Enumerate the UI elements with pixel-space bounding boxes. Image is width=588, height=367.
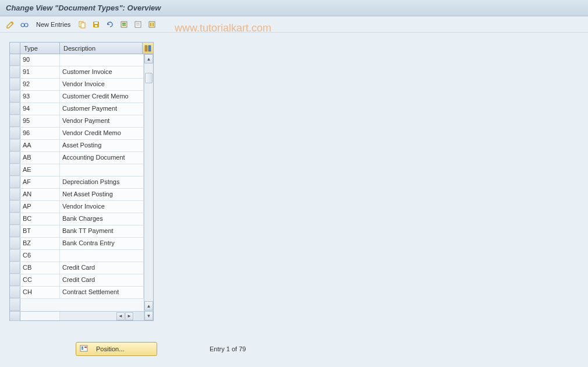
svg-rect-11 — [136, 23, 140, 24]
cell-type[interactable]: CB — [20, 262, 60, 274]
vscroll-down-button[interactable]: ▼ — [144, 311, 153, 320]
change-icon[interactable] — [5, 19, 16, 30]
vertical-scrollbar[interactable]: ▲ ▲ ▼ — [144, 54, 153, 320]
table-row: BTBank TT Payment — [10, 225, 144, 238]
row-selector[interactable] — [10, 299, 20, 311]
cell-type[interactable]: 93 — [20, 91, 60, 103]
cell-desc[interactable]: Customer Credit Memo — [60, 91, 144, 103]
row-selector[interactable] — [10, 103, 20, 115]
vscroll-up2-button[interactable]: ▲ — [144, 301, 153, 310]
cell-desc[interactable]: Vendor Credit Memo — [60, 128, 144, 139]
hsb-corner-left — [10, 312, 20, 321]
cell-desc[interactable]: Depreciation Pstngs — [60, 177, 144, 188]
save-icon[interactable] — [90, 19, 102, 30]
row-selector[interactable] — [10, 238, 20, 249]
row-selector[interactable] — [10, 54, 20, 66]
table-header-row: Type Description — [10, 43, 153, 54]
row-selector[interactable] — [10, 287, 20, 298]
column-header-description[interactable]: Description — [60, 43, 143, 54]
cell-desc[interactable] — [60, 250, 144, 262]
cell-type[interactable]: 91 — [20, 66, 60, 78]
cell-desc[interactable] — [60, 164, 144, 176]
column-header-type[interactable]: Type — [20, 43, 60, 54]
select-all-rows[interactable] — [10, 43, 20, 54]
cell-desc[interactable]: Customer Payment — [60, 103, 144, 115]
svg-rect-21 — [84, 347, 87, 348]
row-selector[interactable] — [10, 115, 20, 127]
cell-desc[interactable]: Customer Invoice — [60, 66, 144, 78]
cell-type[interactable]: BC — [20, 213, 60, 225]
svg-point-0 — [21, 23, 24, 27]
new-entries-button[interactable]: New Entries — [36, 21, 70, 28]
cell-desc[interactable]: Vendor Payment — [60, 115, 144, 127]
cell-type[interactable]: AP — [20, 201, 60, 213]
vscroll-track[interactable] — [144, 63, 153, 301]
cell-type[interactable]: CC — [20, 274, 60, 286]
cell-type[interactable]: AF — [20, 177, 60, 188]
cell-desc[interactable]: Asset Posting — [60, 140, 144, 151]
row-selector[interactable] — [10, 262, 20, 274]
cell-type[interactable]: CH — [20, 287, 60, 298]
cell-type[interactable]: BT — [20, 225, 60, 237]
row-selector[interactable] — [10, 91, 20, 103]
undo-icon[interactable] — [104, 19, 116, 30]
cell-desc[interactable]: Contract Settlement — [60, 287, 144, 298]
hscroll-right-button[interactable]: ► — [125, 312, 133, 320]
cell-type[interactable]: BZ — [20, 238, 60, 249]
row-selector[interactable] — [10, 225, 20, 237]
svg-rect-9 — [122, 24, 126, 26]
cell-desc[interactable]: Bank Contra Entry — [60, 238, 144, 249]
page-title: Change View "Document Types": Overview — [0, 0, 588, 16]
row-selector[interactable] — [10, 274, 20, 286]
vscroll-up-button[interactable]: ▲ — [144, 54, 153, 63]
cell-desc[interactable]: Vendor Invoice — [60, 79, 144, 90]
cell-type[interactable]: 92 — [20, 79, 60, 90]
row-selector[interactable] — [10, 140, 20, 151]
glasses-icon[interactable] — [19, 19, 30, 30]
cell-type[interactable]: AN — [20, 189, 60, 200]
table-row: 92Vendor Invoice — [10, 79, 144, 91]
svg-rect-3 — [81, 23, 85, 28]
row-selector[interactable] — [10, 152, 20, 164]
table-row: ABAccounting Document — [10, 152, 144, 164]
row-selector[interactable] — [10, 177, 20, 188]
copy-icon[interactable] — [76, 19, 88, 30]
row-selector[interactable] — [10, 79, 20, 90]
svg-rect-8 — [122, 23, 126, 24]
cell-desc[interactable] — [60, 54, 144, 66]
cell-desc[interactable]: Credit Card — [60, 262, 144, 274]
row-selector[interactable] — [10, 189, 20, 200]
cell-type[interactable]: 94 — [20, 103, 60, 115]
position-label: Position... — [96, 345, 124, 352]
row-selector[interactable] — [10, 66, 20, 78]
cell-desc[interactable]: Net Asset Posting — [60, 189, 144, 200]
table-rows: 90 91Customer Invoice 92Vendor Invoice 9… — [10, 54, 144, 320]
select-all-icon[interactable] — [118, 19, 130, 30]
document-types-table: Type Description 90 91Customer Invoice 9… — [9, 42, 154, 321]
cell-type[interactable]: AB — [20, 152, 60, 164]
table-row: AE — [10, 164, 144, 177]
cell-desc[interactable]: Bank TT Payment — [60, 225, 144, 237]
cell-type[interactable]: 96 — [20, 128, 60, 139]
row-selector[interactable] — [10, 128, 20, 139]
vscroll-thumb[interactable] — [145, 73, 153, 83]
cell-desc[interactable]: Accounting Document — [60, 152, 144, 164]
cell-type[interactable]: AE — [20, 164, 60, 176]
hscroll-left-button[interactable]: ◄ — [116, 312, 125, 320]
deselect-all-icon[interactable] — [132, 19, 144, 30]
row-selector[interactable] — [10, 201, 20, 213]
table-config-icon[interactable] — [143, 43, 153, 54]
cell-type[interactable]: 95 — [20, 115, 60, 127]
table-row: 93Customer Credit Memo — [10, 91, 144, 103]
row-selector[interactable] — [10, 164, 20, 176]
row-selector[interactable] — [10, 250, 20, 262]
cell-type[interactable]: AA — [20, 140, 60, 151]
row-selector[interactable] — [10, 213, 20, 225]
cell-desc[interactable]: Bank Charges — [60, 213, 144, 225]
table-settings-icon[interactable] — [146, 19, 158, 30]
cell-type[interactable]: 90 — [20, 54, 60, 66]
cell-type[interactable]: C6 — [20, 250, 60, 262]
cell-desc[interactable]: Credit Card — [60, 274, 144, 286]
position-button[interactable]: Position... — [76, 342, 157, 356]
cell-desc[interactable]: Vendor Invoice — [60, 201, 144, 213]
